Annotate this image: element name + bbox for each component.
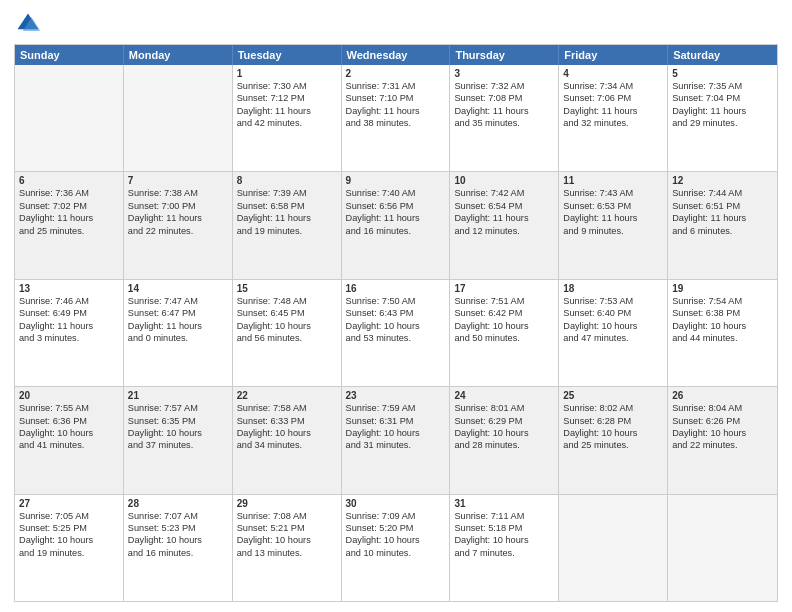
cell-info-line: Sunrise: 7:43 AM <box>563 187 663 199</box>
header <box>14 10 778 38</box>
cell-info-line: Daylight: 11 hours <box>128 320 228 332</box>
cell-info-line: Daylight: 11 hours <box>19 320 119 332</box>
day-number: 10 <box>454 175 554 186</box>
cell-info-line: Sunrise: 7:58 AM <box>237 402 337 414</box>
day-number: 8 <box>237 175 337 186</box>
logo <box>14 10 46 38</box>
cell-info-line: Sunrise: 7:46 AM <box>19 295 119 307</box>
table-row: 26Sunrise: 8:04 AMSunset: 6:26 PMDayligh… <box>668 387 777 493</box>
cell-info-line: Sunset: 5:21 PM <box>237 522 337 534</box>
cell-info-line: Daylight: 10 hours <box>454 427 554 439</box>
day-number: 24 <box>454 390 554 401</box>
table-row: 28Sunrise: 7:07 AMSunset: 5:23 PMDayligh… <box>124 495 233 601</box>
cell-info-line: Sunrise: 7:34 AM <box>563 80 663 92</box>
table-row <box>668 495 777 601</box>
cell-info-line: and 9 minutes. <box>563 225 663 237</box>
cell-info-line: Sunrise: 7:48 AM <box>237 295 337 307</box>
cell-info-line: Sunrise: 7:47 AM <box>128 295 228 307</box>
week-row-3: 13Sunrise: 7:46 AMSunset: 6:49 PMDayligh… <box>15 279 777 386</box>
table-row: 12Sunrise: 7:44 AMSunset: 6:51 PMDayligh… <box>668 172 777 278</box>
cell-info-line: Sunrise: 7:36 AM <box>19 187 119 199</box>
cell-info-line: Daylight: 10 hours <box>237 534 337 546</box>
cell-info-line: Sunset: 7:10 PM <box>346 92 446 104</box>
cell-info-line: Sunset: 6:56 PM <box>346 200 446 212</box>
day-number: 4 <box>563 68 663 79</box>
cell-info-line: Daylight: 11 hours <box>346 212 446 224</box>
cell-info-line: Daylight: 10 hours <box>454 320 554 332</box>
table-row: 20Sunrise: 7:55 AMSunset: 6:36 PMDayligh… <box>15 387 124 493</box>
cell-info-line: Sunset: 7:12 PM <box>237 92 337 104</box>
day-number: 1 <box>237 68 337 79</box>
cell-info-line: Daylight: 11 hours <box>563 212 663 224</box>
cell-info-line: Sunrise: 7:11 AM <box>454 510 554 522</box>
table-row: 31Sunrise: 7:11 AMSunset: 5:18 PMDayligh… <box>450 495 559 601</box>
cell-info-line: Sunrise: 7:51 AM <box>454 295 554 307</box>
cell-info-line: Daylight: 10 hours <box>346 320 446 332</box>
cell-info-line: Sunset: 6:29 PM <box>454 415 554 427</box>
day-number: 13 <box>19 283 119 294</box>
cell-info-line: and 53 minutes. <box>346 332 446 344</box>
day-number: 22 <box>237 390 337 401</box>
cell-info-line: and 16 minutes. <box>346 225 446 237</box>
cell-info-line: and 44 minutes. <box>672 332 773 344</box>
cell-info-line: and 41 minutes. <box>19 439 119 451</box>
day-number: 7 <box>128 175 228 186</box>
week-row-4: 20Sunrise: 7:55 AMSunset: 6:36 PMDayligh… <box>15 386 777 493</box>
cell-info-line: and 29 minutes. <box>672 117 773 129</box>
cell-info-line: Sunrise: 7:42 AM <box>454 187 554 199</box>
table-row: 8Sunrise: 7:39 AMSunset: 6:58 PMDaylight… <box>233 172 342 278</box>
cell-info-line: Daylight: 11 hours <box>237 212 337 224</box>
day-of-week-sunday: Sunday <box>15 45 124 65</box>
day-number: 12 <box>672 175 773 186</box>
cell-info-line: and 19 minutes. <box>19 547 119 559</box>
cell-info-line: Daylight: 11 hours <box>128 212 228 224</box>
table-row: 19Sunrise: 7:54 AMSunset: 6:38 PMDayligh… <box>668 280 777 386</box>
day-of-week-saturday: Saturday <box>668 45 777 65</box>
cell-info-line: Sunrise: 7:44 AM <box>672 187 773 199</box>
cell-info-line: and 22 minutes. <box>672 439 773 451</box>
cell-info-line: and 56 minutes. <box>237 332 337 344</box>
calendar-header: SundayMondayTuesdayWednesdayThursdayFrid… <box>15 45 777 65</box>
cell-info-line: Daylight: 11 hours <box>454 105 554 117</box>
cell-info-line: Daylight: 11 hours <box>672 212 773 224</box>
cell-info-line: Sunrise: 7:08 AM <box>237 510 337 522</box>
day-number: 21 <box>128 390 228 401</box>
table-row: 15Sunrise: 7:48 AMSunset: 6:45 PMDayligh… <box>233 280 342 386</box>
table-row <box>559 495 668 601</box>
cell-info-line: Sunset: 5:20 PM <box>346 522 446 534</box>
day-number: 9 <box>346 175 446 186</box>
cell-info-line: and 38 minutes. <box>346 117 446 129</box>
table-row: 4Sunrise: 7:34 AMSunset: 7:06 PMDaylight… <box>559 65 668 171</box>
table-row: 10Sunrise: 7:42 AMSunset: 6:54 PMDayligh… <box>450 172 559 278</box>
cell-info-line: Sunset: 7:06 PM <box>563 92 663 104</box>
cell-info-line: Sunset: 6:28 PM <box>563 415 663 427</box>
cell-info-line: and 31 minutes. <box>346 439 446 451</box>
table-row: 18Sunrise: 7:53 AMSunset: 6:40 PMDayligh… <box>559 280 668 386</box>
table-row: 23Sunrise: 7:59 AMSunset: 6:31 PMDayligh… <box>342 387 451 493</box>
cell-info-line: and 34 minutes. <box>237 439 337 451</box>
cell-info-line: Daylight: 10 hours <box>19 427 119 439</box>
day-number: 5 <box>672 68 773 79</box>
cell-info-line: Sunrise: 7:50 AM <box>346 295 446 307</box>
day-number: 29 <box>237 498 337 509</box>
cell-info-line: Sunrise: 7:09 AM <box>346 510 446 522</box>
table-row: 1Sunrise: 7:30 AMSunset: 7:12 PMDaylight… <box>233 65 342 171</box>
table-row: 5Sunrise: 7:35 AMSunset: 7:04 PMDaylight… <box>668 65 777 171</box>
cell-info-line: and 13 minutes. <box>237 547 337 559</box>
cell-info-line: and 10 minutes. <box>346 547 446 559</box>
cell-info-line: Daylight: 11 hours <box>237 105 337 117</box>
cell-info-line: Sunrise: 7:40 AM <box>346 187 446 199</box>
table-row: 30Sunrise: 7:09 AMSunset: 5:20 PMDayligh… <box>342 495 451 601</box>
week-row-2: 6Sunrise: 7:36 AMSunset: 7:02 PMDaylight… <box>15 171 777 278</box>
cell-info-line: Sunrise: 7:39 AM <box>237 187 337 199</box>
cell-info-line: Daylight: 10 hours <box>19 534 119 546</box>
cell-info-line: Sunset: 5:23 PM <box>128 522 228 534</box>
table-row: 24Sunrise: 8:01 AMSunset: 6:29 PMDayligh… <box>450 387 559 493</box>
table-row: 17Sunrise: 7:51 AMSunset: 6:42 PMDayligh… <box>450 280 559 386</box>
cell-info-line: Daylight: 10 hours <box>346 534 446 546</box>
day-number: 2 <box>346 68 446 79</box>
day-of-week-friday: Friday <box>559 45 668 65</box>
cell-info-line: and 12 minutes. <box>454 225 554 237</box>
cell-info-line: and 47 minutes. <box>563 332 663 344</box>
cell-info-line: Sunrise: 7:07 AM <box>128 510 228 522</box>
